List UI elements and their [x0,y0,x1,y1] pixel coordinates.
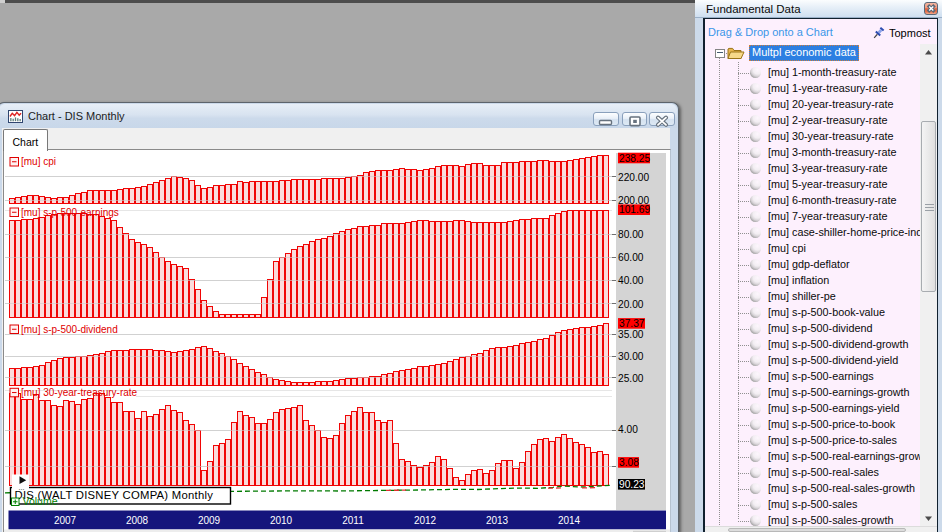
svg-text:3.08: 3.08 [619,457,639,468]
svg-text:2009: 2009 [198,515,221,526]
svg-text:238.25: 238.25 [619,153,650,164]
svg-text:Volume: Volume [23,495,58,507]
svg-text:2010: 2010 [270,515,293,526]
svg-text:60.00: 60.00 [618,252,644,263]
svg-text:[mu] 30-year-treasury-rate: [mu] 30-year-treasury-rate [21,387,138,398]
svg-text:2014: 2014 [558,515,581,526]
svg-text:101.69: 101.69 [619,205,650,216]
svg-text:2011: 2011 [342,515,364,526]
svg-text:2008: 2008 [126,515,149,526]
svg-text:2012: 2012 [414,515,437,526]
svg-text:2013: 2013 [486,515,509,526]
svg-text:[mu] s-p-500-earnings: [mu] s-p-500-earnings [21,207,119,218]
svg-text:...: ... [19,484,25,491]
svg-text:35.00: 35.00 [618,329,644,340]
svg-text:40.00: 40.00 [618,275,644,286]
svg-text:25.00: 25.00 [618,373,644,384]
svg-text:80.00: 80.00 [618,229,644,240]
svg-text:37.37: 37.37 [619,318,645,329]
svg-text:90.23: 90.23 [619,479,645,490]
svg-text:4.00: 4.00 [618,424,638,435]
svg-text:[mu] cpi: [mu] cpi [21,156,56,167]
svg-text:20.00: 20.00 [618,299,644,310]
svg-text:220.00: 220.00 [618,172,649,183]
svg-text:2007: 2007 [54,515,77,526]
svg-text:30.00: 30.00 [618,351,644,362]
svg-text:[mu] s-p-500-dividend: [mu] s-p-500-dividend [21,324,118,335]
